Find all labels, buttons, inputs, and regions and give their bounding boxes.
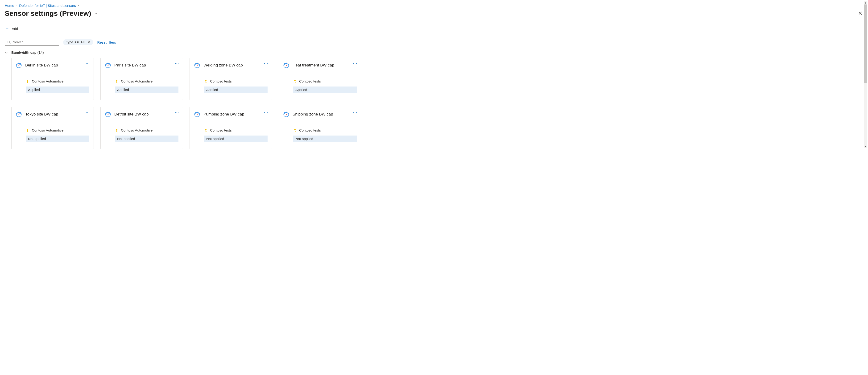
key-icon xyxy=(293,128,297,132)
status-badge: Not applied xyxy=(204,135,268,142)
filter-pill-op: == xyxy=(74,40,79,44)
svg-line-16 xyxy=(197,64,198,66)
add-button[interactable]: ＋ Add xyxy=(5,26,18,32)
card-more-icon[interactable]: ⋯ xyxy=(175,110,179,115)
cards-grid: ⋯Berlin site BW capContoso AutomotiveApp… xyxy=(5,58,863,149)
card-more-icon[interactable]: ⋯ xyxy=(86,61,90,66)
card-subscription: Contoso Automotive xyxy=(32,79,63,83)
card-title: Welding zone BW cap xyxy=(204,63,243,68)
card[interactable]: ⋯Shipping zone BW capContoso testsNot ap… xyxy=(279,107,361,149)
card[interactable]: ⋯Berlin site BW capContoso AutomotiveApp… xyxy=(11,58,94,100)
search-input-wrap[interactable] xyxy=(5,39,59,46)
scroll-down-icon[interactable]: ▼ xyxy=(864,145,867,148)
svg-rect-31 xyxy=(27,131,28,131)
svg-rect-13 xyxy=(117,82,117,83)
svg-rect-7 xyxy=(27,82,28,83)
card-title: Paris site BW cap xyxy=(114,63,146,68)
status-badge: Applied xyxy=(26,87,89,93)
svg-rect-37 xyxy=(117,131,117,131)
chevron-right-icon: › xyxy=(16,3,17,7)
svg-line-4 xyxy=(19,64,20,66)
card-subscription: Contoso tests xyxy=(299,128,321,132)
status-badge: Applied xyxy=(293,87,357,93)
breadcrumb-link-defender[interactable]: Defender for IoT | Sites and sensors xyxy=(19,3,76,7)
svg-line-10 xyxy=(108,64,109,66)
card-title: Heat treatment BW cap xyxy=(292,63,334,68)
scroll-track[interactable] xyxy=(864,4,867,145)
svg-point-0 xyxy=(8,41,10,43)
card-more-icon[interactable]: ⋯ xyxy=(264,110,269,115)
status-badge: Not applied xyxy=(115,135,179,142)
svg-line-46 xyxy=(286,113,287,115)
card-subscription: Contoso tests xyxy=(299,79,321,83)
key-icon xyxy=(26,128,29,132)
key-icon xyxy=(204,80,208,83)
breadcrumb: Home › Defender for IoT | Sites and sens… xyxy=(5,3,863,7)
card-subscription: Contoso tests xyxy=(210,79,232,83)
gauge-icon xyxy=(105,62,111,68)
card-title: Pumping zone BW cap xyxy=(204,112,244,117)
gauge-icon xyxy=(194,62,200,68)
card[interactable]: ⋯Paris site BW capContoso AutomotiveAppl… xyxy=(100,58,183,100)
card-title: Berlin site BW cap xyxy=(25,63,58,68)
plus-icon: ＋ xyxy=(5,26,9,32)
card-subscription: Contoso Automotive xyxy=(121,128,153,132)
card[interactable]: ⋯Detroit site BW capContoso AutomotiveNo… xyxy=(100,107,183,149)
gauge-icon xyxy=(16,62,22,68)
card-more-icon[interactable]: ⋯ xyxy=(264,61,269,66)
card-title: Detroit site BW cap xyxy=(114,112,149,117)
svg-line-34 xyxy=(108,113,109,115)
status-badge: Not applied xyxy=(293,135,357,142)
card[interactable]: ⋯Welding zone BW capContoso testsApplied xyxy=(189,58,272,100)
scroll-up-icon[interactable]: ▲ xyxy=(864,1,867,4)
key-icon xyxy=(115,80,119,83)
card-more-icon[interactable]: ⋯ xyxy=(86,110,90,115)
filter-pill-clear-icon[interactable]: ✕ xyxy=(88,40,90,44)
key-icon xyxy=(293,80,297,83)
gauge-icon xyxy=(16,111,22,117)
svg-line-22 xyxy=(286,64,287,66)
close-button[interactable]: ✕ xyxy=(858,10,862,17)
card-more-icon[interactable]: ⋯ xyxy=(353,61,358,66)
card-more-icon[interactable]: ⋯ xyxy=(175,61,179,66)
breadcrumb-link-home[interactable]: Home xyxy=(5,3,14,7)
card[interactable]: ⋯Pumping zone BW capContoso testsNot app… xyxy=(189,107,272,149)
filter-pill-key: Type xyxy=(66,40,73,44)
chevron-down-icon xyxy=(5,51,8,54)
key-icon xyxy=(115,128,119,132)
more-icon[interactable]: ⋯ xyxy=(95,11,99,16)
card[interactable]: ⋯Heat treatment BW capContoso testsAppli… xyxy=(279,58,361,100)
gauge-icon xyxy=(283,62,289,68)
gauge-icon xyxy=(283,111,289,117)
filter-pill-type[interactable]: Type == All ✕ xyxy=(63,39,93,45)
key-icon xyxy=(26,80,29,83)
svg-line-28 xyxy=(19,113,20,115)
status-badge: Applied xyxy=(115,87,179,93)
vertical-scrollbar[interactable]: ▲ ▼ xyxy=(864,1,867,148)
card-title: Shipping zone BW cap xyxy=(292,112,333,117)
card-more-icon[interactable]: ⋯ xyxy=(353,110,358,115)
svg-rect-43 xyxy=(206,131,207,131)
search-input[interactable] xyxy=(13,40,56,44)
svg-line-40 xyxy=(197,113,198,115)
svg-line-1 xyxy=(10,43,10,44)
add-button-label: Add xyxy=(12,27,18,31)
chevron-right-icon: › xyxy=(78,3,79,7)
key-icon xyxy=(204,128,208,132)
reset-filters-link[interactable]: Reset filters xyxy=(97,40,116,44)
gauge-icon xyxy=(194,111,200,117)
svg-rect-19 xyxy=(206,82,207,83)
svg-rect-25 xyxy=(295,82,296,83)
card-title: Tokyo site BW cap xyxy=(25,112,58,117)
section-header[interactable]: Bandwidth cap (14) xyxy=(5,51,863,55)
gauge-icon xyxy=(105,111,111,117)
page-title: Sensor settings (Preview) xyxy=(5,9,91,18)
filter-pill-value: All xyxy=(81,40,85,44)
status-badge: Not applied xyxy=(26,135,89,142)
scroll-thumb[interactable] xyxy=(864,4,867,83)
search-icon xyxy=(7,40,10,44)
svg-rect-49 xyxy=(295,131,296,131)
card[interactable]: ⋯Tokyo site BW capContoso AutomotiveNot … xyxy=(11,107,94,149)
close-icon: ✕ xyxy=(858,10,862,16)
card-subscription: Contoso Automotive xyxy=(121,79,153,83)
